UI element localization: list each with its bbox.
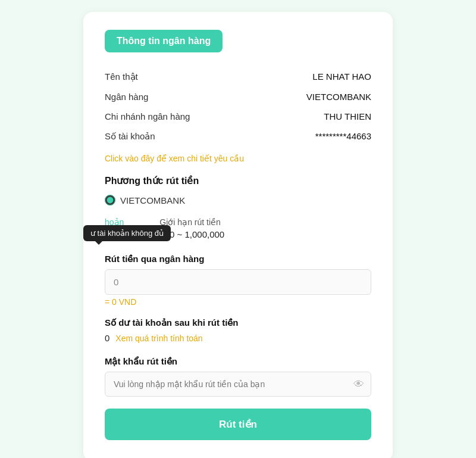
info-row-branch: Chi nhánh ngân hàng THU THIEN	[105, 107, 371, 126]
info-row-name: Tên thật LE NHAT HAO	[105, 67, 371, 87]
info-row-account: Số tài khoản *********44663	[105, 126, 371, 147]
value-ngan-hang: VIETCOMBANK	[306, 92, 371, 102]
after-withdraw-value: 0	[105, 333, 109, 343]
withdraw-amount-input[interactable]	[105, 269, 371, 295]
section-title-button: Thông tin ngân hàng	[105, 30, 223, 52]
bank-info-table: Tên thật LE NHAT HAO Ngân hàng VIETCOMBA…	[105, 67, 371, 147]
password-input[interactable]	[105, 372, 371, 397]
info-row-bank: Ngân hàng VIETCOMBANK	[105, 87, 371, 107]
radio-vietcombank[interactable]: VIETCOMBANK	[105, 195, 371, 205]
after-withdraw-row: 0 Xem quá trình tính toán	[105, 333, 371, 343]
label-ten-that: Tên thật	[105, 71, 138, 82]
label-so-tai-khoan: Số tài khoản	[105, 131, 155, 142]
detail-link[interactable]: Click vào đây để xem chi tiết yêu cầu	[105, 154, 371, 163]
password-wrapper: 👁︎	[105, 372, 371, 397]
after-withdraw-label: Số dư tài khoản sau khi rút tiền	[105, 317, 371, 328]
withdraw-bank-label: Rút tiền qua ngân hàng	[105, 254, 371, 264]
value-so-tai-khoan: *********44663	[315, 131, 371, 142]
radio-label-vietcombank: VIETCOMBANK	[120, 195, 185, 205]
value-chi-nhanh: THU THIEN	[324, 111, 371, 121]
eye-icon[interactable]: 👁︎	[353, 378, 364, 391]
tooltip-popup: ư tài khoản không đủ	[83, 225, 171, 241]
bank-info-card: ư tài khoản không đủ Thông tin ngân hàng…	[83, 12, 393, 458]
withdraw-button[interactable]: Rút tiền	[105, 409, 371, 440]
password-label: Mật khẩu rút tiền	[105, 356, 371, 367]
value-ten-that: LE NHAT HAO	[312, 71, 371, 82]
label-ngan-hang: Ngân hàng	[105, 92, 148, 102]
radio-input-vietcombank[interactable]	[105, 195, 115, 205]
withdrawal-method-label: Phương thức rút tiền	[105, 175, 371, 186]
tooltip-text: ư tài khoản không đủ	[90, 229, 164, 238]
calc-link[interactable]: Xem quá trình tính toán	[115, 334, 202, 343]
vnd-label: = 0 VND	[105, 297, 371, 307]
label-chi-nhanh: Chi nhánh ngân hàng	[105, 111, 190, 121]
